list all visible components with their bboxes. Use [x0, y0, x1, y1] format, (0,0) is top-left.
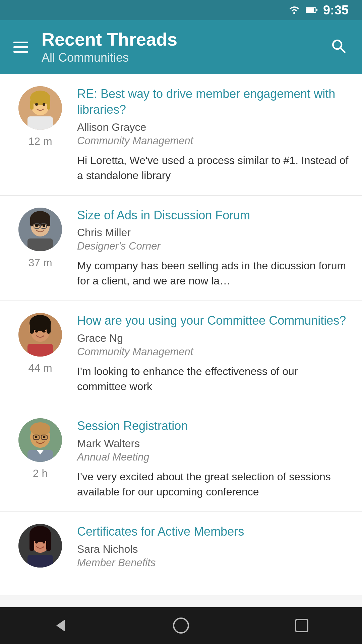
app-header: Recent Threads All Communities	[0, 20, 362, 74]
svg-rect-44	[29, 533, 34, 551]
svg-rect-51	[296, 620, 308, 632]
search-icon	[330, 37, 349, 56]
search-button[interactable]	[330, 37, 349, 57]
svg-point-47	[43, 540, 45, 543]
avatar	[18, 86, 62, 130]
thread-left-4: 2 h	[13, 418, 67, 499]
thread-content-5: Certificates for Active Members Sara Nic…	[77, 524, 349, 575]
svg-rect-27	[30, 322, 34, 334]
header-title-group: Recent Threads All Communities	[42, 30, 177, 65]
thread-left-3: 44 m	[13, 313, 67, 394]
home-icon	[172, 617, 190, 634]
svg-rect-12	[27, 116, 53, 130]
thread-content-4: Session Registration Mark Walters Annual…	[77, 418, 349, 499]
thread-time-1: 12 m	[28, 135, 52, 148]
thread-author-4: Mark Walters	[77, 437, 349, 450]
thread-author-5: Sara Nichols	[77, 543, 349, 555]
thread-left-2: 37 m	[13, 208, 67, 288]
status-icons: 9:35	[288, 3, 349, 17]
thread-time-3: 44 m	[28, 362, 52, 374]
battery-icon	[306, 5, 318, 15]
thread-preview-3: I'm looking to enhance the effectiveness…	[77, 364, 349, 394]
thread-preview-4: I've very excited about the great select…	[77, 469, 349, 499]
thread-time-2: 37 m	[28, 257, 52, 269]
svg-point-0	[293, 12, 295, 14]
status-time: 9:35	[323, 3, 349, 17]
thread-title-5: Certificates for Active Members	[77, 524, 349, 540]
avatar	[18, 418, 62, 462]
svg-point-38	[35, 436, 38, 438]
svg-point-29	[35, 330, 38, 332]
svg-rect-45	[46, 533, 51, 551]
svg-rect-2	[306, 8, 314, 12]
thread-title-4: Session Registration	[77, 418, 349, 434]
thread-preview-2: My company has been selling ads in the d…	[77, 258, 349, 288]
thread-preview-1: Hi Loretta, We've used a process similar…	[77, 153, 349, 183]
thread-community-2: Designer's Corner	[77, 240, 349, 252]
recent-button[interactable]	[288, 612, 315, 639]
thread-title-1: RE: Best way to drive member engagement …	[77, 86, 349, 118]
svg-point-39	[43, 436, 46, 438]
thread-community-1: Community Management	[77, 135, 349, 147]
thread-item[interactable]: 44 m How are you using your Committee Co…	[0, 301, 362, 406]
svg-rect-23	[27, 238, 53, 251]
thread-content-2: Size of Ads in Discussion Forum Chris Mi…	[77, 208, 349, 288]
thread-title-3: How are you using your Committee Communi…	[77, 313, 349, 329]
thread-item[interactable]: 37 m Size of Ads in Discussion Forum Chr…	[0, 196, 362, 301]
svg-rect-7	[30, 100, 34, 110]
thread-author-2: Chris Miller	[77, 226, 349, 239]
svg-point-30	[42, 330, 46, 332]
bottom-nav	[0, 607, 362, 644]
avatar	[18, 524, 62, 568]
thread-left-5	[13, 524, 67, 575]
svg-point-50	[174, 618, 188, 633]
svg-point-9	[35, 103, 38, 106]
avatar	[18, 208, 62, 251]
back-button[interactable]	[47, 612, 74, 639]
header-left: Recent Threads All Communities	[13, 30, 177, 65]
thread-content-1: RE: Best way to drive member engagement …	[77, 86, 349, 183]
svg-rect-17	[47, 217, 50, 226]
svg-rect-48	[27, 555, 53, 568]
back-icon	[52, 617, 69, 634]
thread-content-3: How are you using your Committee Communi…	[77, 313, 349, 394]
status-bar: 9:35	[0, 0, 362, 20]
thread-title-2: Size of Ads in Discussion Forum	[77, 208, 349, 223]
svg-point-19	[43, 224, 45, 227]
recent-icon	[294, 618, 310, 634]
thread-community-5: Member Benefits	[77, 557, 349, 569]
svg-point-34	[30, 422, 50, 436]
page-subtitle: All Communities	[42, 51, 177, 65]
thread-left-1: 12 m	[13, 86, 67, 183]
svg-rect-31	[27, 344, 53, 357]
thread-item[interactable]: 2 h Session Registration Mark Walters An…	[0, 406, 362, 512]
avatar	[18, 313, 62, 357]
thread-item[interactable]: Certificates for Active Members Sara Nic…	[0, 512, 362, 595]
thread-author-1: Allison Grayce	[77, 121, 349, 133]
menu-button[interactable]	[13, 42, 28, 53]
thread-community-3: Community Management	[77, 346, 349, 358]
svg-rect-16	[30, 217, 34, 226]
svg-point-18	[35, 224, 38, 227]
page-title: Recent Threads	[42, 30, 177, 49]
thread-item[interactable]: 12 m RE: Best way to drive member engage…	[0, 74, 362, 195]
thread-community-4: Annual Meeting	[77, 451, 349, 463]
svg-marker-49	[56, 620, 65, 632]
svg-rect-3	[316, 9, 317, 11]
thread-list: 12 m RE: Best way to drive member engage…	[0, 74, 362, 595]
svg-point-10	[43, 103, 45, 106]
wifi-icon	[288, 5, 300, 15]
svg-rect-28	[47, 322, 51, 334]
svg-rect-8	[47, 100, 50, 110]
svg-point-46	[35, 540, 38, 543]
home-button[interactable]	[168, 612, 194, 639]
thread-time-4: 2 h	[33, 467, 48, 480]
thread-author-3: Grace Ng	[77, 332, 349, 344]
